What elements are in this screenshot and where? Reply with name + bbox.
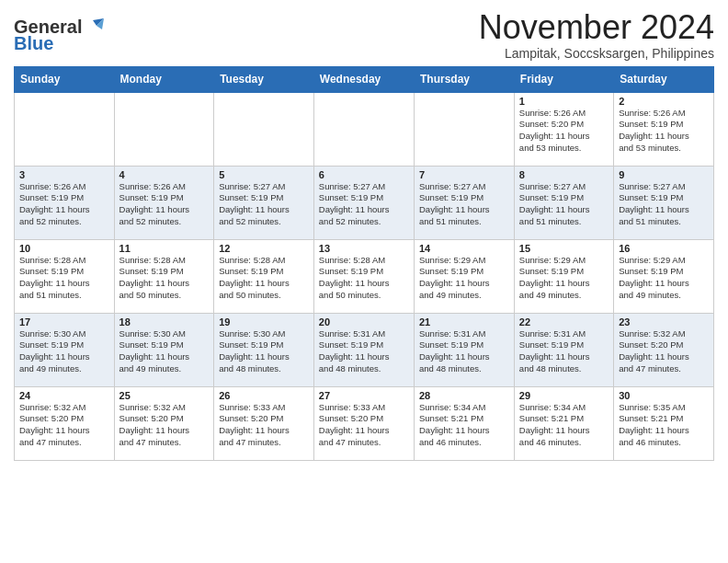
day-info: Sunrise: 5:30 AM Sunset: 5:19 PM Dayligh… bbox=[19, 328, 109, 375]
day-number: 18 bbox=[119, 316, 210, 327]
day-number: 8 bbox=[519, 169, 609, 180]
col-header-wednesday: Wednesday bbox=[313, 66, 414, 92]
day-info: Sunrise: 5:32 AM Sunset: 5:20 PM Dayligh… bbox=[19, 402, 109, 449]
day-number: 21 bbox=[419, 316, 509, 327]
calendar-cell: 25Sunrise: 5:32 AM Sunset: 5:20 PM Dayli… bbox=[114, 386, 214, 460]
logo-blue: Blue bbox=[14, 33, 53, 54]
calendar-week-row: 10Sunrise: 5:28 AM Sunset: 5:19 PM Dayli… bbox=[15, 239, 714, 313]
calendar-cell: 29Sunrise: 5:34 AM Sunset: 5:21 PM Dayli… bbox=[514, 386, 613, 460]
day-info: Sunrise: 5:33 AM Sunset: 5:20 PM Dayligh… bbox=[219, 402, 309, 449]
calendar-cell bbox=[114, 92, 214, 166]
logo-bird-icon bbox=[84, 17, 104, 37]
logo: General Blue bbox=[14, 17, 104, 54]
calendar-cell: 5Sunrise: 5:27 AM Sunset: 5:19 PM Daylig… bbox=[214, 166, 314, 239]
day-info: Sunrise: 5:27 AM Sunset: 5:19 PM Dayligh… bbox=[219, 181, 309, 228]
calendar-cell: 6Sunrise: 5:27 AM Sunset: 5:19 PM Daylig… bbox=[313, 166, 414, 239]
day-info: Sunrise: 5:31 AM Sunset: 5:19 PM Dayligh… bbox=[419, 328, 509, 375]
calendar-cell: 26Sunrise: 5:33 AM Sunset: 5:20 PM Dayli… bbox=[214, 386, 314, 460]
calendar-cell: 22Sunrise: 5:31 AM Sunset: 5:19 PM Dayli… bbox=[514, 313, 613, 386]
day-number: 30 bbox=[619, 390, 709, 401]
day-number: 9 bbox=[619, 169, 709, 180]
day-info: Sunrise: 5:28 AM Sunset: 5:19 PM Dayligh… bbox=[119, 255, 210, 302]
day-number: 20 bbox=[319, 316, 409, 327]
calendar-cell bbox=[313, 92, 414, 166]
day-number: 24 bbox=[19, 390, 109, 401]
calendar-week-row: 17Sunrise: 5:30 AM Sunset: 5:19 PM Dayli… bbox=[15, 313, 714, 386]
calendar-cell: 4Sunrise: 5:26 AM Sunset: 5:19 PM Daylig… bbox=[114, 166, 214, 239]
day-info: Sunrise: 5:28 AM Sunset: 5:19 PM Dayligh… bbox=[319, 255, 409, 302]
day-info: Sunrise: 5:32 AM Sunset: 5:20 PM Dayligh… bbox=[619, 328, 709, 375]
day-info: Sunrise: 5:26 AM Sunset: 5:19 PM Dayligh… bbox=[119, 181, 210, 228]
day-number: 17 bbox=[19, 316, 109, 327]
day-number: 4 bbox=[119, 169, 210, 180]
calendar-cell: 13Sunrise: 5:28 AM Sunset: 5:19 PM Dayli… bbox=[313, 239, 414, 313]
day-number: 14 bbox=[419, 243, 509, 254]
day-info: Sunrise: 5:27 AM Sunset: 5:19 PM Dayligh… bbox=[519, 181, 609, 228]
col-header-sunday: Sunday bbox=[15, 66, 115, 92]
day-number: 13 bbox=[319, 243, 409, 254]
day-number: 1 bbox=[519, 96, 609, 107]
calendar-cell: 16Sunrise: 5:29 AM Sunset: 5:19 PM Dayli… bbox=[614, 239, 714, 313]
day-number: 2 bbox=[619, 96, 709, 107]
calendar-cell: 2Sunrise: 5:26 AM Sunset: 5:19 PM Daylig… bbox=[614, 92, 714, 166]
day-info: Sunrise: 5:27 AM Sunset: 5:19 PM Dayligh… bbox=[619, 181, 709, 228]
day-info: Sunrise: 5:31 AM Sunset: 5:19 PM Dayligh… bbox=[519, 328, 609, 375]
col-header-tuesday: Tuesday bbox=[214, 66, 314, 92]
calendar-cell: 15Sunrise: 5:29 AM Sunset: 5:19 PM Dayli… bbox=[514, 239, 613, 313]
day-info: Sunrise: 5:33 AM Sunset: 5:20 PM Dayligh… bbox=[319, 402, 409, 449]
day-info: Sunrise: 5:29 AM Sunset: 5:19 PM Dayligh… bbox=[419, 255, 509, 302]
calendar-cell bbox=[214, 92, 314, 166]
day-number: 5 bbox=[219, 169, 309, 180]
day-number: 15 bbox=[519, 243, 609, 254]
day-number: 6 bbox=[319, 169, 409, 180]
day-number: 22 bbox=[519, 316, 609, 327]
day-info: Sunrise: 5:30 AM Sunset: 5:19 PM Dayligh… bbox=[219, 328, 309, 375]
day-info: Sunrise: 5:26 AM Sunset: 5:19 PM Dayligh… bbox=[19, 181, 109, 228]
calendar-cell: 11Sunrise: 5:28 AM Sunset: 5:19 PM Dayli… bbox=[114, 239, 214, 313]
day-number: 25 bbox=[119, 390, 210, 401]
day-info: Sunrise: 5:27 AM Sunset: 5:19 PM Dayligh… bbox=[419, 181, 509, 228]
day-info: Sunrise: 5:30 AM Sunset: 5:19 PM Dayligh… bbox=[119, 328, 210, 375]
calendar-cell: 18Sunrise: 5:30 AM Sunset: 5:19 PM Dayli… bbox=[114, 313, 214, 386]
col-header-thursday: Thursday bbox=[415, 66, 515, 92]
calendar-cell: 21Sunrise: 5:31 AM Sunset: 5:19 PM Dayli… bbox=[415, 313, 515, 386]
calendar-cell: 30Sunrise: 5:35 AM Sunset: 5:21 PM Dayli… bbox=[614, 386, 714, 460]
calendar-header-row: SundayMondayTuesdayWednesdayThursdayFrid… bbox=[15, 66, 714, 92]
col-header-monday: Monday bbox=[114, 66, 214, 92]
title-block: November 2024 Lampitak, Soccsksargen, Ph… bbox=[479, 9, 714, 61]
day-info: Sunrise: 5:28 AM Sunset: 5:19 PM Dayligh… bbox=[219, 255, 309, 302]
page-header: General Blue November 2024 Lampitak, Soc… bbox=[14, 9, 714, 61]
day-number: 19 bbox=[219, 316, 309, 327]
col-header-friday: Friday bbox=[514, 66, 613, 92]
day-info: Sunrise: 5:35 AM Sunset: 5:21 PM Dayligh… bbox=[619, 402, 709, 449]
calendar-cell: 9Sunrise: 5:27 AM Sunset: 5:19 PM Daylig… bbox=[614, 166, 714, 239]
day-number: 10 bbox=[19, 243, 109, 254]
day-info: Sunrise: 5:29 AM Sunset: 5:19 PM Dayligh… bbox=[619, 255, 709, 302]
day-info: Sunrise: 5:34 AM Sunset: 5:21 PM Dayligh… bbox=[419, 402, 509, 449]
calendar-cell: 27Sunrise: 5:33 AM Sunset: 5:20 PM Dayli… bbox=[313, 386, 414, 460]
day-info: Sunrise: 5:26 AM Sunset: 5:20 PM Dayligh… bbox=[519, 108, 609, 155]
calendar-week-row: 1Sunrise: 5:26 AM Sunset: 5:20 PM Daylig… bbox=[15, 92, 714, 166]
day-info: Sunrise: 5:32 AM Sunset: 5:20 PM Dayligh… bbox=[119, 402, 210, 449]
calendar-cell bbox=[415, 92, 515, 166]
day-number: 23 bbox=[619, 316, 709, 327]
calendar-cell: 14Sunrise: 5:29 AM Sunset: 5:19 PM Dayli… bbox=[415, 239, 515, 313]
calendar-cell: 23Sunrise: 5:32 AM Sunset: 5:20 PM Dayli… bbox=[614, 313, 714, 386]
col-header-saturday: Saturday bbox=[614, 66, 714, 92]
calendar-cell: 19Sunrise: 5:30 AM Sunset: 5:19 PM Dayli… bbox=[214, 313, 314, 386]
day-info: Sunrise: 5:31 AM Sunset: 5:19 PM Dayligh… bbox=[319, 328, 409, 375]
day-number: 11 bbox=[119, 243, 210, 254]
calendar-cell: 12Sunrise: 5:28 AM Sunset: 5:19 PM Dayli… bbox=[214, 239, 314, 313]
calendar-cell: 1Sunrise: 5:26 AM Sunset: 5:20 PM Daylig… bbox=[514, 92, 613, 166]
calendar-table: SundayMondayTuesdayWednesdayThursdayFrid… bbox=[14, 66, 714, 461]
calendar-cell: 17Sunrise: 5:30 AM Sunset: 5:19 PM Dayli… bbox=[15, 313, 115, 386]
day-info: Sunrise: 5:28 AM Sunset: 5:19 PM Dayligh… bbox=[19, 255, 109, 302]
day-number: 3 bbox=[19, 169, 109, 180]
day-info: Sunrise: 5:34 AM Sunset: 5:21 PM Dayligh… bbox=[519, 402, 609, 449]
day-info: Sunrise: 5:27 AM Sunset: 5:19 PM Dayligh… bbox=[319, 181, 409, 228]
location: Lampitak, Soccsksargen, Philippines bbox=[479, 46, 714, 61]
calendar-week-row: 3Sunrise: 5:26 AM Sunset: 5:19 PM Daylig… bbox=[15, 166, 714, 239]
calendar-cell: 20Sunrise: 5:31 AM Sunset: 5:19 PM Dayli… bbox=[313, 313, 414, 386]
day-number: 7 bbox=[419, 169, 509, 180]
day-number: 26 bbox=[219, 390, 309, 401]
